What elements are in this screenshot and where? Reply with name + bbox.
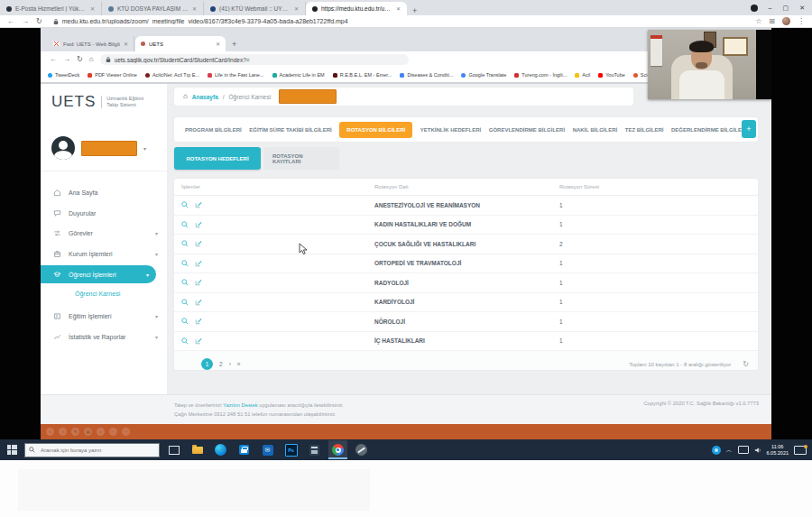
kebab-menu-icon[interactable]: ⋮ (798, 18, 805, 25)
rotation-count: 2 (552, 241, 758, 247)
sidebar-item-ana-sayfa: Ana Sayfa (41, 183, 167, 201)
col-islemler: İşlemler (174, 184, 367, 189)
sidebar: UETS Uzmanlık Eğitimi Takip Sistemi ▾ (41, 84, 167, 394)
bookmark-item: YouTube (598, 72, 625, 78)
chrome-button-active[interactable] (328, 440, 347, 459)
bookmark-star-icon[interactable]: ☆ (755, 18, 761, 25)
tray-app-icon[interactable] (712, 446, 721, 455)
table-header: İşlemler Rotasyon Dalı Rotasyon Süresi (174, 179, 758, 196)
windows-logo-icon (7, 445, 17, 455)
folder-icon (192, 447, 203, 454)
bookmark-favicon-icon (633, 73, 638, 78)
bookmark-item: R.E.B.E.L. EM - Emer... (333, 72, 392, 78)
graduation-cap-icon (53, 271, 61, 279)
more-icon: ⋯ (122, 428, 130, 436)
close-tab-icon[interactable]: ✕ (294, 5, 299, 12)
breadcrumb-separator: / (223, 94, 225, 100)
prev-icon: ‹ (46, 428, 54, 436)
rotation-count: 1 (552, 202, 758, 208)
chart-line-icon (53, 333, 61, 341)
chevron-down-icon: ▾ (146, 272, 149, 278)
mail-button[interactable]: ✉ (258, 440, 277, 459)
screen: E-Posta Hizmetleri | Yüksek Boy... ✕ KTÜ… (0, 0, 812, 517)
uets-logo: UETS Uzmanlık Eğitimi Takip Sistemi (51, 93, 143, 111)
video-annotation-bar: ‹ › ✎ ▤ ⌕ ◦ ⋯ (41, 424, 771, 439)
next-page-icon: › (229, 361, 231, 367)
bookmark-favicon-icon (598, 73, 603, 78)
rotation-name: NÖROLOJİ (367, 319, 552, 325)
edit-icon (195, 260, 202, 267)
footer-support-text: Talep ve önerilerinizi Yazılım Destek uy… (174, 401, 344, 419)
browser-tab-strip: E-Posta Hizmetleri | Yüksek Boy... ✕ KTÜ… (0, 0, 812, 15)
next-icon: › (59, 428, 67, 436)
maximize-button[interactable]: ▢ (783, 5, 789, 11)
edit-icon (195, 279, 202, 286)
taskbar-search[interactable] (24, 443, 160, 457)
table-row: KARDİYOLOJİ 1 (174, 293, 758, 313)
taskbar-clock[interactable]: 11:06 6.05.2021 (767, 444, 789, 456)
board-icon: ▤ (84, 428, 92, 436)
close-window-button[interactable]: ✕ (799, 5, 805, 11)
file-explorer-button[interactable] (188, 440, 207, 459)
person-beard (696, 62, 707, 69)
view-icon (181, 337, 189, 345)
browser-tab-webmail[interactable]: (41) KTÜ Webmail :: UYUM VİDEO ✕ (204, 2, 306, 15)
table-row: KADIN HASTALIKLARI VE DOĞUM 1 (174, 216, 758, 235)
tab-program-bilgileri: PROGRAM BİLGİLERİ (185, 127, 242, 133)
reload-icon[interactable]: ↻ (36, 18, 42, 25)
extensions-icon[interactable]: ⊞ (769, 18, 775, 25)
task-view-button[interactable] (164, 440, 183, 459)
photoshop-button[interactable]: Ps (281, 440, 300, 459)
touch-keyboard-icon[interactable] (794, 446, 807, 455)
subtab-rotasyon-kayitlari: ROTASYON KAYITLARI (263, 147, 339, 170)
bookmark-favicon-icon (333, 73, 337, 78)
sidebar-item-duyurular: Duyurular (41, 204, 167, 222)
close-tab-icon[interactable]: ✕ (90, 5, 95, 12)
hidden-icons-chevron[interactable]: ︿ (726, 446, 733, 455)
close-tab-icon[interactable]: ✕ (192, 5, 197, 12)
edge-button[interactable] (211, 440, 230, 459)
forward-icon[interactable]: → (22, 18, 29, 25)
media-controls-icon[interactable] (751, 5, 758, 12)
minimize-button[interactable]: – (769, 5, 772, 11)
logo-text: UETS (51, 93, 96, 111)
bookmark-item: Acil (575, 72, 590, 78)
mail-icon: ✉ (263, 445, 273, 456)
book-icon (53, 312, 61, 320)
subtab-rotasyon-hedefleri-active: ROTASYON HEDEFLERİ (174, 147, 261, 170)
announcement-icon (53, 209, 61, 217)
view-icon (181, 221, 189, 228)
sidebar-subitem-ogrenci-karnesi-active: Öğrenci Karnesi (75, 291, 120, 297)
webmail-favicon-icon (210, 6, 216, 12)
rotation-count: 1 (552, 337, 758, 344)
main-content: ⌂ Anasayfa / Öğrenci Karnesi PROGRAM BİL… (167, 84, 771, 394)
browser-tab-email[interactable]: E-Posta Hizmetleri | Yüksek Boy... ✕ (0, 2, 102, 15)
edit-icon (195, 221, 202, 228)
close-tab-icon[interactable]: ✕ (396, 5, 401, 12)
inner-home-icon: ⌂ (89, 56, 94, 63)
browser-tab-file-share[interactable]: KTÜ DOSYA PAYLAŞIM SERVİSİ ✕ (102, 2, 204, 15)
app-button[interactable] (352, 440, 371, 459)
network-icon[interactable] (738, 446, 749, 454)
mouse-cursor (299, 243, 308, 255)
bookmark-favicon-icon (575, 73, 579, 78)
search-input[interactable] (39, 447, 151, 454)
start-button[interactable] (4, 442, 20, 458)
back-icon[interactable]: ← (7, 18, 14, 25)
address-bar[interactable]: medu.ktu.edu.tr/uploads/zoom/_meeting/fi… (50, 17, 748, 26)
tab-nakil-bilgileri: NAKİL BİLGİLERİ (573, 127, 618, 133)
gmail-favicon-icon (53, 42, 60, 46)
new-tab-button[interactable]: + (412, 6, 417, 15)
fileshare-favicon-icon (108, 6, 114, 12)
speaker-icon[interactable] (754, 447, 761, 454)
bookmark-favicon-icon (88, 73, 92, 78)
tab-rotasyon-bilgileri-active: ROTASYON BİLGİLERİ (339, 122, 412, 138)
video-player[interactable]: Fwd: UETS - Web Bilgileri - me... ✕ UETS… (0, 28, 812, 439)
bookmark-favicon-icon (208, 73, 212, 78)
calculator-button[interactable] (305, 440, 324, 459)
profile-avatar[interactable] (782, 17, 790, 25)
bookmark-item: TweetDeck (48, 72, 79, 78)
store-button[interactable] (235, 440, 254, 459)
rotation-count: 1 (552, 260, 758, 266)
browser-tab-video-active[interactable]: https://medu.ktu.edu.tr/upl... ✕ (306, 2, 407, 15)
